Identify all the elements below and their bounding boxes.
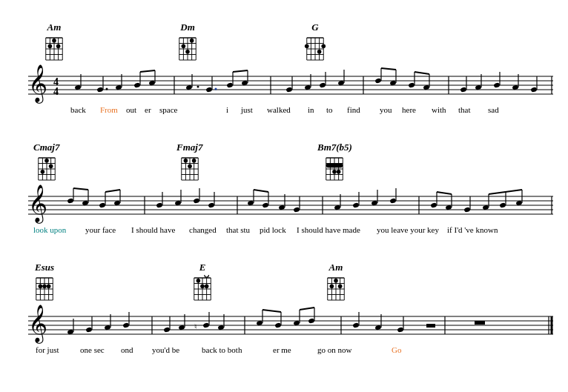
svg-line-70 (233, 70, 248, 72)
svg-point-114 (49, 164, 53, 168)
svg-point-180 (352, 202, 360, 208)
svg-point-254 (122, 322, 130, 328)
lyric-with: with (432, 105, 446, 114)
svg-point-187 (430, 202, 437, 208)
svg-point-65 (215, 88, 217, 90)
section-3: Esus E (15, 248, 553, 362)
chord-name-esus: Esus (35, 262, 54, 273)
svg-point-25 (185, 50, 190, 54)
svg-point-81 (374, 78, 382, 84)
chord-name-fmaj7: Fmaj7 (176, 142, 202, 153)
chord-g: G (304, 21, 326, 63)
lyric-pid-lock: pid lock (260, 225, 286, 234)
lyric-that-stu: that stu (226, 225, 250, 234)
svg-line-191 (437, 192, 452, 194)
svg-point-262 (202, 322, 210, 328)
svg-point-11 (48, 44, 53, 48)
staff-svg-3: 𝄞 ♮ (15, 303, 553, 344)
lyric-from: From (100, 105, 118, 114)
chord-am: Am (43, 21, 65, 63)
svg-point-36 (305, 44, 309, 48)
svg-rect-139 (326, 164, 343, 168)
chord-grid-e (191, 275, 214, 303)
chord-grid-g (304, 35, 326, 63)
svg-point-128 (188, 164, 192, 168)
chord-cmaj7: Cmaj7 (33, 142, 59, 183)
svg-point-92 (460, 87, 467, 93)
svg-point-12 (56, 44, 61, 48)
lyric-if-id-ve-known: if I'd 've known (447, 225, 498, 234)
svg-point-175 (293, 207, 300, 213)
lyric-sad: sad (488, 105, 499, 114)
svg-point-240 (330, 284, 334, 288)
svg-point-269 (274, 322, 282, 328)
svg-point-214 (47, 284, 51, 288)
staff-svg-1: 𝄞 4 4 (15, 63, 553, 104)
svg-line-90 (415, 72, 429, 74)
svg-point-49 (96, 87, 104, 93)
svg-point-153 (99, 202, 106, 208)
lyric-you: you (380, 105, 392, 114)
chord-name-am: Am (47, 21, 62, 33)
chord-esus: Esus (33, 262, 56, 303)
staff-row-2: 𝄞 (15, 183, 553, 224)
lyrics-row-2: look upon your face I should have change… (15, 225, 553, 242)
lyric-er-me: er me (273, 345, 291, 354)
lyric-back-to: back to both (202, 345, 242, 354)
chord-name-e: E (199, 262, 206, 273)
staff-svg-2: 𝄞 (15, 183, 553, 224)
svg-point-257 (163, 327, 171, 333)
chord-name-am-2: Am (329, 262, 343, 273)
chord-grid-am-2 (325, 275, 347, 303)
staff-row-3: 𝄞 ♮ (15, 303, 553, 344)
lyric-ond: ond (121, 345, 133, 354)
lyric-look-upon: look upon (33, 225, 66, 234)
svg-point-66 (226, 82, 234, 88)
svg-point-113 (44, 159, 49, 163)
svg-point-38 (317, 50, 322, 54)
lyric-for-just: for just (36, 345, 59, 354)
lyric-go-on-now: go on now (317, 345, 351, 354)
chord-name-g: G (311, 21, 318, 33)
svg-point-241 (338, 284, 343, 288)
svg-point-213 (42, 284, 47, 288)
lyric-youd-be: you'd be (152, 345, 179, 354)
svg-point-127 (192, 159, 197, 163)
chord-grid-fmaj7 (179, 155, 201, 183)
svg-point-192 (463, 207, 471, 213)
chord-e: E (191, 262, 214, 303)
svg-text:𝄞: 𝄞 (28, 185, 47, 224)
lyrics-row-3: for just one sec ond you'd be back to bo… (15, 345, 553, 362)
svg-point-226 (197, 279, 201, 283)
svg-point-274 (308, 318, 315, 324)
lyric-back: back (70, 105, 86, 114)
svg-point-24 (182, 44, 186, 48)
svg-rect-284 (426, 324, 435, 328)
svg-line-172 (254, 190, 268, 192)
chord-dm: Dm (176, 21, 199, 63)
lyric-walked: walked (267, 105, 291, 114)
lyric-your-face: your face (85, 225, 116, 234)
svg-line-157 (105, 190, 120, 192)
svg-point-72 (285, 87, 293, 93)
chord-name-cmaj7: Cmaj7 (33, 142, 59, 153)
svg-point-100 (530, 87, 538, 93)
lyric-i-should-have: I should have (131, 225, 175, 234)
lyric-i-should-made: I should have made (297, 225, 360, 234)
chord-grid-cmaj7 (36, 155, 58, 183)
lyric-in: in (308, 105, 314, 114)
lyric-changed: changed (189, 225, 217, 234)
lyric-you-leave: you leave your key (377, 225, 439, 234)
svg-point-184 (389, 198, 397, 204)
lyric-er: er (145, 105, 151, 114)
chord-name-bm7b5: Bm7(b5) (317, 142, 352, 153)
svg-point-282 (397, 327, 404, 333)
svg-point-96 (493, 82, 501, 88)
svg-point-76 (319, 82, 326, 88)
svg-point-51 (106, 88, 108, 90)
svg-text:♮: ♮ (194, 322, 197, 330)
svg-point-228 (205, 284, 209, 288)
svg-text:𝄞: 𝄞 (28, 305, 47, 344)
svg-point-165 (208, 202, 215, 208)
svg-point-10 (52, 39, 56, 43)
